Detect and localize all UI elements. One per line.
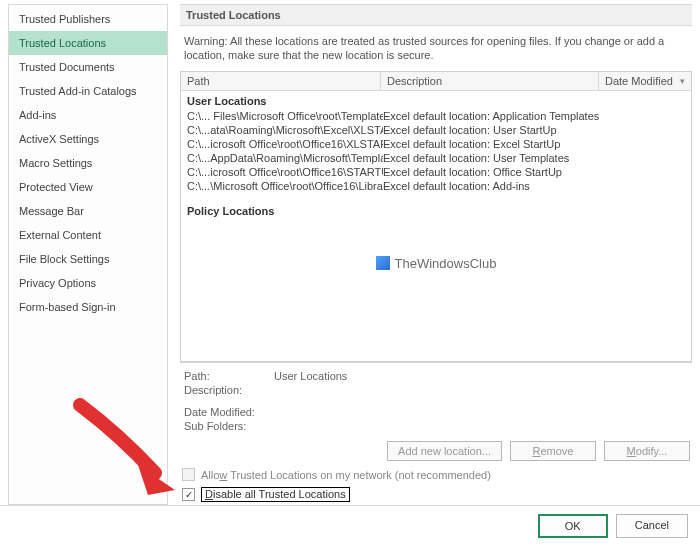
- sidebar-item-add-ins[interactable]: Add-ins: [9, 103, 167, 127]
- sidebar-item-external-content[interactable]: External Content: [9, 223, 167, 247]
- dialog-footer: OK Cancel: [0, 505, 700, 546]
- detail-desc-label: Description:: [184, 384, 274, 396]
- disable-all-checkbox[interactable]: [182, 488, 195, 501]
- section-title: Trusted Locations: [180, 4, 692, 26]
- col-date-modified[interactable]: Date Modified▾: [599, 72, 691, 90]
- detail-subfolders-label: Sub Folders:: [184, 420, 274, 432]
- sort-arrow-icon: ▾: [680, 76, 685, 86]
- modify-button[interactable]: Modify...: [604, 441, 690, 461]
- table-row[interactable]: C:\...icrosoft Office\root\Office16\STAR…: [185, 165, 687, 179]
- sidebar-item-activex-settings[interactable]: ActiveX Settings: [9, 127, 167, 151]
- sidebar-item-trusted-locations[interactable]: Trusted Locations: [9, 31, 167, 55]
- detail-path-value: User Locations: [274, 370, 347, 382]
- table-row[interactable]: C:\...AppData\Roaming\Microsoft\Template…: [185, 151, 687, 165]
- sidebar-item-macro-settings[interactable]: Macro Settings: [9, 151, 167, 175]
- disable-all-row[interactable]: Disable all Trusted Locations: [180, 484, 692, 505]
- table-row[interactable]: C:\...\Microsoft Office\root\Office16\Li…: [185, 179, 687, 193]
- warning-text: Warning: All these locations are treated…: [180, 26, 692, 71]
- add-location-button[interactable]: Add new location...: [387, 441, 502, 461]
- remove-button[interactable]: Remove: [510, 441, 596, 461]
- sidebar-item-trusted-documents[interactable]: Trusted Documents: [9, 55, 167, 79]
- main-panel: Trusted Locations Warning: All these loc…: [168, 4, 692, 505]
- sidebar-item-trusted-add-in-catalogs[interactable]: Trusted Add-in Catalogs: [9, 79, 167, 103]
- sidebar: Trusted PublishersTrusted LocationsTrust…: [8, 4, 168, 505]
- sidebar-item-protected-view[interactable]: Protected View: [9, 175, 167, 199]
- disable-all-label: Disable all Trusted Locations: [205, 488, 346, 500]
- group-policy-locations: Policy Locations: [185, 203, 687, 219]
- col-description[interactable]: Description: [381, 72, 599, 90]
- details-pane: Path:User Locations Description: Date Mo…: [180, 362, 692, 435]
- table-row[interactable]: C:\... Files\Microsoft Office\root\Templ…: [185, 109, 687, 123]
- allow-network-row[interactable]: Allow Trusted Locations on my network (n…: [180, 465, 692, 484]
- allow-network-label: Allow Trusted Locations on my network (n…: [201, 469, 491, 481]
- table-row[interactable]: C:\...ata\Roaming\Microsoft\Excel\XLSTAR…: [185, 123, 687, 137]
- table-header-row: Path Description Date Modified▾: [181, 72, 691, 91]
- detail-date-label: Date Modified:: [184, 406, 274, 418]
- table-row[interactable]: C:\...icrosoft Office\root\Office16\XLST…: [185, 137, 687, 151]
- cancel-button[interactable]: Cancel: [616, 514, 688, 538]
- sidebar-item-privacy-options[interactable]: Privacy Options: [9, 271, 167, 295]
- sidebar-item-message-bar[interactable]: Message Bar: [9, 199, 167, 223]
- sidebar-item-form-based-sign-in[interactable]: Form-based Sign-in: [9, 295, 167, 319]
- allow-network-checkbox[interactable]: [182, 468, 195, 481]
- disable-all-highlight: Disable all Trusted Locations: [201, 487, 350, 502]
- location-buttons: Add new location... Remove Modify...: [180, 435, 692, 465]
- group-user-locations: User Locations: [185, 93, 687, 109]
- detail-path-label: Path:: [184, 370, 274, 382]
- locations-table: Path Description Date Modified▾ User Loc…: [180, 71, 692, 362]
- sidebar-item-file-block-settings[interactable]: File Block Settings: [9, 247, 167, 271]
- sidebar-item-trusted-publishers[interactable]: Trusted Publishers: [9, 7, 167, 31]
- col-path[interactable]: Path: [181, 72, 381, 90]
- ok-button[interactable]: OK: [538, 514, 608, 538]
